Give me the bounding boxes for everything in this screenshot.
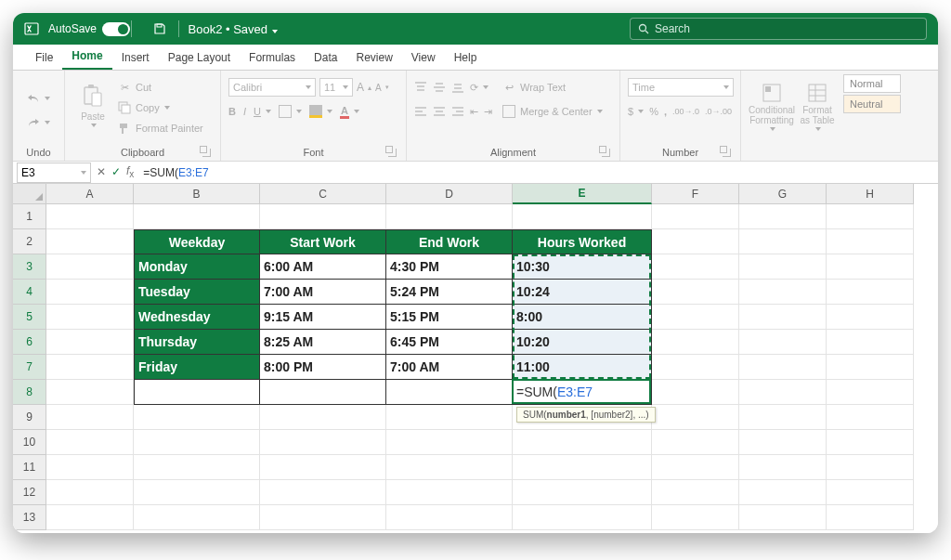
cell-B10[interactable] xyxy=(134,430,260,455)
formula-input[interactable]: =SUM(E3:E7 xyxy=(139,166,938,179)
cell-F13[interactable] xyxy=(652,505,739,530)
column-header-E[interactable]: E xyxy=(513,184,652,204)
cell-A5[interactable] xyxy=(46,305,134,330)
cell-A12[interactable] xyxy=(46,480,134,505)
italic-button[interactable]: I xyxy=(243,102,246,121)
cell-F4[interactable] xyxy=(652,280,739,305)
cell-H12[interactable] xyxy=(827,480,914,505)
decrease-decimal-button[interactable]: .0→.00 xyxy=(705,102,732,121)
cell-E5[interactable]: 8:00 xyxy=(513,305,652,330)
cancel-formula-button[interactable]: ✕ xyxy=(97,165,106,178)
cell-B9[interactable] xyxy=(134,405,260,430)
cell-G2[interactable] xyxy=(739,229,827,254)
redo-button[interactable] xyxy=(27,113,50,132)
cell-A1[interactable] xyxy=(46,204,134,229)
fill-color-button[interactable] xyxy=(309,102,332,121)
increase-font-button[interactable]: A▴ xyxy=(357,78,371,97)
font-size-select[interactable]: 11 xyxy=(319,78,353,97)
cell-E6[interactable]: 10:20 xyxy=(513,330,652,355)
merge-center-button[interactable]: Merge & Center xyxy=(502,102,603,121)
cell-A7[interactable] xyxy=(46,355,134,380)
cell-H10[interactable] xyxy=(827,430,914,455)
cell-F10[interactable] xyxy=(652,430,739,455)
cell-F7[interactable] xyxy=(652,355,739,380)
name-box[interactable]: E3 xyxy=(17,163,91,183)
column-header-G[interactable]: G xyxy=(739,184,827,204)
cell-H7[interactable] xyxy=(827,355,914,380)
comma-format-button[interactable]: , xyxy=(664,102,667,121)
cell-E8[interactable]: =SUM(E3:E7 xyxy=(513,380,652,405)
tab-help[interactable]: Help xyxy=(445,46,487,70)
tab-insert[interactable]: Insert xyxy=(112,46,159,70)
cell-A8[interactable] xyxy=(46,380,134,405)
cell-H6[interactable] xyxy=(827,330,914,355)
increase-indent-button[interactable]: ⇥ xyxy=(484,102,492,121)
row-header-10[interactable]: 10 xyxy=(13,430,46,455)
cell-D11[interactable] xyxy=(386,455,513,480)
spreadsheet-grid[interactable]: ABCDEFGH 12345678910111213 WeekdayStart … xyxy=(13,184,938,533)
column-header-D[interactable]: D xyxy=(386,184,513,204)
column-header-F[interactable]: F xyxy=(652,184,739,204)
row-header-12[interactable]: 12 xyxy=(13,480,46,505)
wrap-text-button[interactable]: ↩Wrap Text xyxy=(502,78,603,97)
row-header-8[interactable]: 8 xyxy=(13,380,46,405)
cell-F9[interactable] xyxy=(652,405,739,430)
row-header-2[interactable]: 2 xyxy=(13,229,46,254)
cell-F1[interactable] xyxy=(652,204,739,229)
cell-D4[interactable]: 5:24 PM xyxy=(386,280,513,305)
search-input[interactable]: Search xyxy=(630,18,927,40)
row-header-13[interactable]: 13 xyxy=(13,505,46,530)
cell-F12[interactable] xyxy=(652,480,739,505)
orientation-button[interactable]: ⟳ xyxy=(470,78,489,97)
cell-C2[interactable]: Start Work xyxy=(260,229,386,254)
cell-D2[interactable]: End Work xyxy=(386,229,513,254)
cell-C12[interactable] xyxy=(260,480,386,505)
cell-A13[interactable] xyxy=(46,505,134,530)
cell-E12[interactable] xyxy=(513,480,652,505)
cell-D9[interactable] xyxy=(386,405,513,430)
cell-C6[interactable]: 8:25 AM xyxy=(260,330,386,355)
accounting-format-button[interactable]: $ xyxy=(628,102,644,121)
cell-B1[interactable] xyxy=(134,204,260,229)
undo-button[interactable] xyxy=(27,89,50,108)
row-header-3[interactable]: 3 xyxy=(13,254,46,280)
cell-C8[interactable] xyxy=(260,380,386,405)
fx-icon[interactable]: fx xyxy=(126,164,134,179)
cell-A11[interactable] xyxy=(46,455,134,480)
document-name[interactable]: Book2 • Saved xyxy=(189,22,278,36)
column-header-H[interactable]: H xyxy=(827,184,914,204)
select-all-corner[interactable] xyxy=(13,184,46,204)
copy-button[interactable]: Copy xyxy=(117,98,203,117)
cell-D7[interactable]: 7:00 AM xyxy=(386,355,513,380)
cell-F11[interactable] xyxy=(652,455,739,480)
cell-D6[interactable]: 6:45 PM xyxy=(386,330,513,355)
align-center-button[interactable] xyxy=(433,102,446,121)
cell-C1[interactable] xyxy=(260,204,386,229)
cell-A6[interactable] xyxy=(46,330,134,355)
row-header-5[interactable]: 5 xyxy=(13,305,46,330)
cell-B2[interactable]: Weekday xyxy=(134,229,260,254)
cell-B6[interactable]: Thursday xyxy=(134,330,260,355)
cell-G9[interactable] xyxy=(739,405,827,430)
column-header-B[interactable]: B xyxy=(134,184,260,204)
cell-H11[interactable] xyxy=(827,455,914,480)
cell-B13[interactable] xyxy=(134,505,260,530)
cell-G5[interactable] xyxy=(739,305,827,330)
cell-A9[interactable] xyxy=(46,405,134,430)
row-header-9[interactable]: 9 xyxy=(13,405,46,430)
cell-H5[interactable] xyxy=(827,305,914,330)
column-header-A[interactable]: A xyxy=(46,184,134,204)
cell-E7[interactable]: 11:00 xyxy=(513,355,652,380)
cell-H8[interactable] xyxy=(827,380,914,405)
cell-A10[interactable] xyxy=(46,430,134,455)
percent-format-button[interactable]: % xyxy=(649,102,658,121)
decrease-font-button[interactable]: A▾ xyxy=(375,78,389,97)
cell-B12[interactable] xyxy=(134,480,260,505)
paste-button[interactable]: Paste xyxy=(72,74,113,136)
cell-F5[interactable] xyxy=(652,305,739,330)
cell-A2[interactable] xyxy=(46,229,134,254)
cell-G1[interactable] xyxy=(739,204,827,229)
cell-E3[interactable]: 10:30 xyxy=(513,254,652,280)
increase-decimal-button[interactable]: .00→.0 xyxy=(672,102,699,121)
cell-G8[interactable] xyxy=(739,380,827,405)
